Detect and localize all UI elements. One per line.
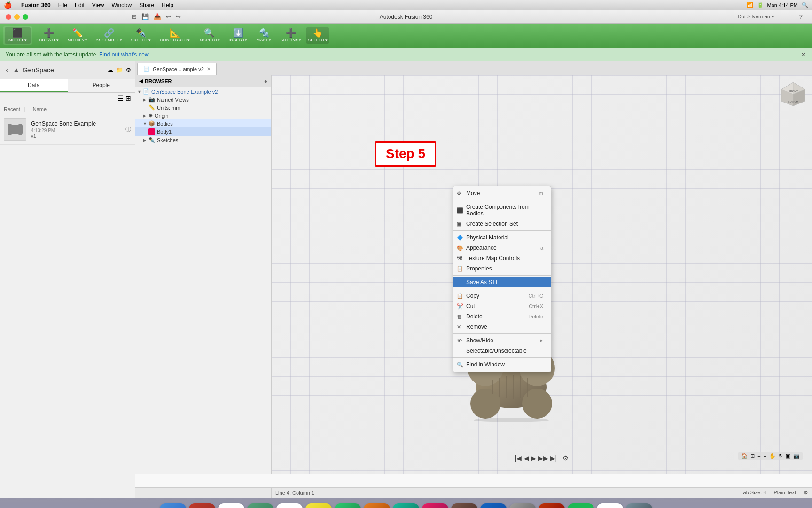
dock-notes[interactable]: 📝 [305,503,332,508]
sidebar-back-btn[interactable]: ‹ [4,65,10,75]
dock-launchpad[interactable]: 🚀 [189,503,215,508]
ctx-texture-map[interactable]: 🗺 Texture Map Controls [453,253,551,263]
share-menu[interactable]: Share [139,2,154,8]
window-menu[interactable]: Window [112,2,132,8]
file-menu[interactable]: File [58,2,67,8]
dock-chrome[interactable]: 🌐 [218,503,244,508]
navigation-cube[interactable]: FRONT BOTTOM [779,80,807,108]
dock-mail[interactable]: ✉ [247,503,273,508]
dock-trash[interactable]: 🗑 [626,503,652,508]
vp-home-btn[interactable]: 🏠 [741,453,748,459]
tree-item-sketches[interactable]: ▶ ✒️ Sketches [135,136,271,144]
dock-spotify[interactable]: ♫ [568,503,594,508]
viewport[interactable]: Step 5 [272,75,812,474]
ctx-move[interactable]: ✥ Move m [453,188,551,198]
settings-gear-icon[interactable]: ⚙ [804,490,808,496]
tree-item-namedviews[interactable]: ▶ 📷 Named Views [135,95,271,103]
document-tab[interactable]: 📄 GenSpace... ample v2 ✕ [137,63,217,75]
sidebar-folder-icon[interactable]: 📁 [116,67,123,73]
vp-zoom-out-btn[interactable]: − [764,453,766,459]
vp-next-btn[interactable]: ▶ [531,454,536,462]
minimize-window-btn[interactable] [14,14,20,20]
dock-fusion-red[interactable]: F [539,503,565,508]
ctx-appearance[interactable]: 🎨 Appearance a [453,243,551,253]
app-name-menu[interactable]: Fusion 360 [21,2,51,8]
vp-play-btn[interactable]: ▶▶ [538,454,548,462]
vp-zoom-in-btn[interactable]: + [757,453,760,459]
recent-item-info-btn[interactable]: ⓘ [125,126,131,134]
browser-toggle-btn[interactable]: ◀ [139,79,143,84]
sidebar-settings-icon[interactable]: ⚙ [126,67,131,73]
ctx-delete[interactable]: 🗑 Delete Delete [453,311,551,322]
user-label[interactable]: Dot Silverman ▾ [738,14,774,20]
dock-textedit[interactable]: 📄 [597,503,623,508]
dock-finder[interactable]: 🗂 [160,503,186,508]
ctx-find-window[interactable]: 🔍 Find in Window [453,359,551,370]
dock-fusion-orange[interactable]: F [364,503,390,508]
sketch-btn[interactable]: ✒️ SKETCH▾ [127,27,155,44]
assemble-btn[interactable]: 🔗 ASSEMBLE▾ [92,27,126,44]
close-window-btn[interactable] [6,14,11,20]
vp-camera-btn[interactable]: 📷 [793,453,800,459]
sidebar-grid-view-btn[interactable]: ⊞ [125,95,131,102]
redo-icon[interactable]: ↪ [176,13,181,20]
notif-close-btn[interactable]: ✕ [801,51,806,58]
dock-calendar[interactable]: 📅 [276,503,303,508]
vp-zoom-fit-btn[interactable]: ⊡ [750,453,755,459]
browser-collapse-btn[interactable]: ● [264,78,267,85]
insert-btn[interactable]: ⬇️ INSERT▾ [225,27,251,44]
edit-menu[interactable]: Edit [75,2,85,8]
view-menu[interactable]: View [92,2,104,8]
tree-item-body1[interactable]: Body1 [135,127,271,136]
select-btn[interactable]: 👆 SELECT▾ [306,27,329,44]
maximize-window-btn[interactable] [23,14,28,20]
grid-view-icon[interactable]: ⊞ [132,13,137,20]
modify-btn[interactable]: ✏️ MODIFY▾ [64,27,91,44]
save-icon[interactable]: 💾 [141,13,149,20]
ctx-save-as-stl[interactable]: Save As STL [453,277,551,287]
sidebar-list-view-btn[interactable]: ☰ [117,95,124,102]
ctx-create-components[interactable]: ⬛ Create Components from Bodies [453,202,551,219]
tab-close-btn[interactable]: ✕ [207,66,211,71]
search-menubar-icon[interactable]: 🔍 [802,2,808,8]
make-btn[interactable]: 🔩 MAKE▾ [252,27,276,44]
recent-item[interactable]: GenSpace Bone Example 4:13:29 PM v1 ⓘ [0,114,135,145]
vp-prev-btn[interactable]: ◀ [524,454,529,462]
vp-pan-btn[interactable]: ✋ [769,453,776,459]
dock-keynote[interactable]: K [335,503,361,508]
sidebar-cloud-icon[interactable]: ☁ [108,67,113,73]
dock-books[interactable]: 📚 [451,503,477,508]
tab-people[interactable]: People [68,79,135,92]
dock-photos[interactable]: 🖼 [393,503,419,508]
addins-btn[interactable]: ➕ ADD-INS▾ [277,27,305,44]
inspect-btn[interactable]: 🔍 INSPECT▾ [195,27,224,44]
vp-settings-btn[interactable]: ⚙ [562,454,569,462]
apple-menu[interactable]: 🍎 [4,1,12,9]
tree-item-units[interactable]: 📏 Units: mm [135,103,271,111]
ctx-properties[interactable]: 📋 Properties [453,263,551,274]
ctx-remove[interactable]: ✕ Remove [453,322,551,332]
tree-item-root[interactable]: ▼ 📄 GenSpace Bone Example v2 [135,87,271,95]
ctx-selectable[interactable]: Selectable/Unselectable [453,346,551,356]
tree-item-bodies[interactable]: ▼ 📦 Bodies [135,119,271,127]
construct-btn[interactable]: 📐 CONSTRUCT▾ [156,27,194,44]
ctx-show-hide[interactable]: 👁 Show/Hide ▶ [453,335,551,346]
dock-system-prefs[interactable]: ⚙ [509,503,536,508]
ctx-physical-material[interactable]: 🔷 Physical Material [453,232,551,243]
dock-appstore[interactable]: A [480,503,507,508]
model-btn[interactable]: ⬛ MODEL▾ [5,27,31,44]
tree-item-origin[interactable]: ▶ ⊕ Origin [135,111,271,119]
undo-icon[interactable]: ↩ [166,13,171,20]
tab-data[interactable]: Data [0,79,68,92]
vp-start-btn[interactable]: |◀ [515,454,522,462]
save-local-icon[interactable]: 📥 [154,13,161,20]
help-icon[interactable]: ? [799,13,803,20]
vp-display-settings-btn[interactable]: ▣ [786,453,790,459]
ctx-copy[interactable]: 📋 Copy Ctrl+C [453,291,551,301]
vp-orbit-btn[interactable]: ↻ [779,453,783,459]
create-btn[interactable]: ➕ CREATE▾ [35,27,63,44]
vp-end-btn[interactable]: ▶| [550,454,557,462]
ctx-cut[interactable]: ✂️ Cut Ctrl+X [453,301,551,311]
ctx-create-selection[interactable]: ▣ Create Selection Set [453,219,551,229]
dock-music[interactable]: ♪ [422,503,448,508]
